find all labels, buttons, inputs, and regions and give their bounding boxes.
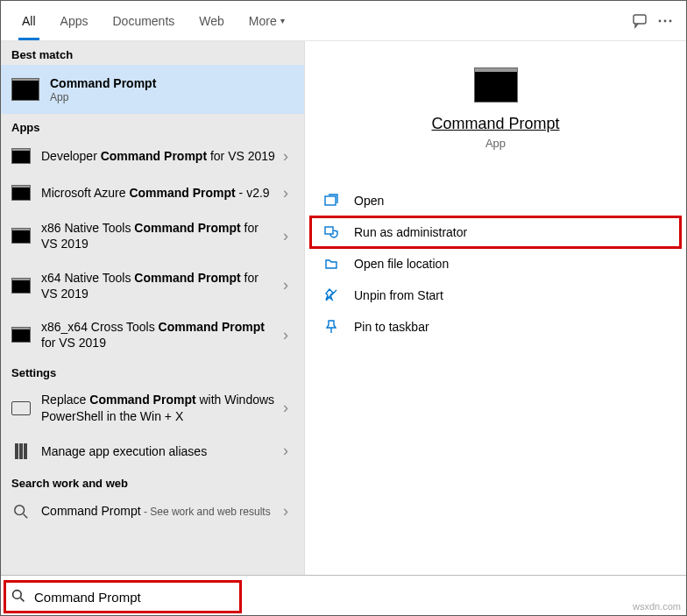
best-match-item[interactable]: Command Prompt App (1, 65, 304, 114)
chevron-right-icon[interactable]: › (278, 502, 294, 520)
apps-item-0[interactable]: Developer Command Prompt for VS 2019 › (1, 138, 304, 174)
svg-rect-0 (634, 15, 646, 24)
chevron-right-icon[interactable]: › (278, 399, 294, 417)
feedback-icon[interactable] (628, 9, 653, 33)
cmd-icon (11, 228, 31, 244)
cmd-icon (11, 327, 31, 343)
tab-documents[interactable]: Documents (100, 1, 187, 40)
best-match-title: Command Prompt (50, 75, 156, 91)
svg-point-3 (669, 19, 672, 22)
preview-title[interactable]: Command Prompt (431, 115, 559, 133)
app-item-bold: Command Prompt (134, 221, 240, 235)
apps-item-3[interactable]: x64 Native Tools Command Prompt for VS 2… (1, 261, 304, 310)
chevron-right-icon[interactable]: › (278, 147, 294, 166)
cmd-icon (11, 148, 31, 164)
settings-item-1[interactable]: Manage app execution aliases › (1, 433, 304, 470)
chevron-right-icon[interactable]: › (278, 184, 294, 202)
unpin-icon (322, 287, 340, 304)
preview-panel: Command Prompt App Open Run as administr… (304, 41, 686, 577)
svg-rect-7 (325, 227, 333, 234)
tab-more[interactable]: More ▾ (237, 1, 297, 40)
section-search-work-web: Search work and web (1, 470, 304, 493)
app-item-bold: Command Prompt (159, 320, 265, 334)
svg-point-2 (664, 19, 667, 22)
tab-all[interactable]: All (10, 1, 48, 40)
chevron-right-icon[interactable]: › (278, 326, 294, 344)
svg-point-9 (13, 590, 22, 598)
settings-item-bold: Command Prompt (89, 393, 195, 407)
cmd-icon-large (474, 67, 518, 103)
svg-point-1 (659, 19, 662, 22)
tab-more-label: More (249, 14, 277, 28)
chevron-right-icon[interactable]: › (278, 227, 294, 245)
web-item-hint: - See work and web results (141, 506, 271, 518)
results-panel: Best match Command Prompt App Apps Devel… (1, 41, 304, 577)
app-item-bold: Command Prompt (134, 271, 240, 285)
app-item-prefix: x86_x64 Cross Tools (41, 320, 159, 334)
app-item-bold: Command Prompt (129, 186, 235, 200)
svg-rect-6 (325, 196, 336, 205)
chevron-right-icon[interactable]: › (278, 276, 294, 294)
folder-icon (322, 255, 340, 273)
settings-item-prefix: Replace (41, 393, 89, 407)
settings-window-icon (11, 401, 31, 415)
search-icon (11, 502, 31, 521)
action-label: Open file location (354, 257, 449, 271)
cmd-icon (11, 185, 31, 201)
pin-icon (322, 318, 340, 336)
action-label: Unpin from Start (354, 288, 443, 302)
preview-subtitle: App (485, 137, 506, 150)
action-open[interactable]: Open (305, 185, 686, 216)
svg-line-5 (24, 513, 28, 518)
app-item-bold: Command Prompt (101, 149, 207, 163)
app-item-suffix: for VS 2019 (41, 336, 106, 350)
tab-apps[interactable]: Apps (48, 1, 101, 40)
action-label: Pin to taskbar (354, 320, 429, 334)
cmd-icon (11, 278, 31, 294)
settings-item-prefix: Manage app execution aliases (41, 444, 207, 458)
action-unpin-from-start[interactable]: Unpin from Start (305, 280, 686, 311)
chevron-right-icon[interactable]: › (278, 442, 294, 460)
cmd-icon (11, 78, 39, 101)
section-settings: Settings (1, 359, 304, 383)
section-best-match: Best match (1, 41, 304, 65)
search-box[interactable] (4, 580, 242, 613)
best-match-subtitle: App (50, 91, 156, 103)
action-pin-to-taskbar[interactable]: Pin to taskbar (305, 311, 686, 343)
action-run-as-administrator[interactable]: Run as administrator (310, 216, 681, 248)
settings-item-0[interactable]: Replace Command Prompt with Windows Powe… (1, 383, 304, 432)
app-item-suffix: - v2.9 (236, 186, 270, 200)
section-apps: Apps (1, 114, 304, 138)
search-tabs: All Apps Documents Web More ▾ (1, 1, 686, 41)
apps-item-4[interactable]: x86_x64 Cross Tools Command Prompt for V… (1, 310, 304, 359)
app-item-prefix: x86 Native Tools (41, 221, 134, 235)
svg-point-4 (15, 505, 25, 514)
apps-item-1[interactable]: Microsoft Azure Command Prompt - v2.9 › (1, 174, 304, 211)
app-item-suffix: for VS 2019 (207, 149, 275, 163)
tab-web[interactable]: Web (187, 1, 237, 40)
search-icon (11, 589, 27, 605)
admin-shield-icon (322, 223, 340, 241)
search-bar-area: wsxdn.com (1, 575, 686, 615)
web-item-0[interactable]: Command Prompt - See work and web result… (1, 493, 304, 530)
app-item-prefix: Microsoft Azure (41, 186, 129, 200)
web-item-title: Command Prompt (41, 504, 141, 518)
svg-line-10 (20, 598, 24, 601)
apps-item-2[interactable]: x86 Native Tools Command Prompt for VS 2… (1, 211, 304, 260)
search-input[interactable] (34, 590, 234, 605)
app-item-prefix: x64 Native Tools (41, 271, 134, 285)
action-open-file-location[interactable]: Open file location (305, 248, 686, 280)
watermark: wsxdn.com (633, 601, 681, 612)
chevron-down-icon: ▾ (280, 16, 285, 25)
action-label: Open (354, 194, 384, 208)
action-label: Run as administrator (354, 225, 467, 239)
app-item-prefix: Developer (41, 149, 101, 163)
open-icon (322, 192, 340, 209)
more-options-icon[interactable] (653, 9, 677, 33)
aliases-icon (15, 443, 27, 459)
